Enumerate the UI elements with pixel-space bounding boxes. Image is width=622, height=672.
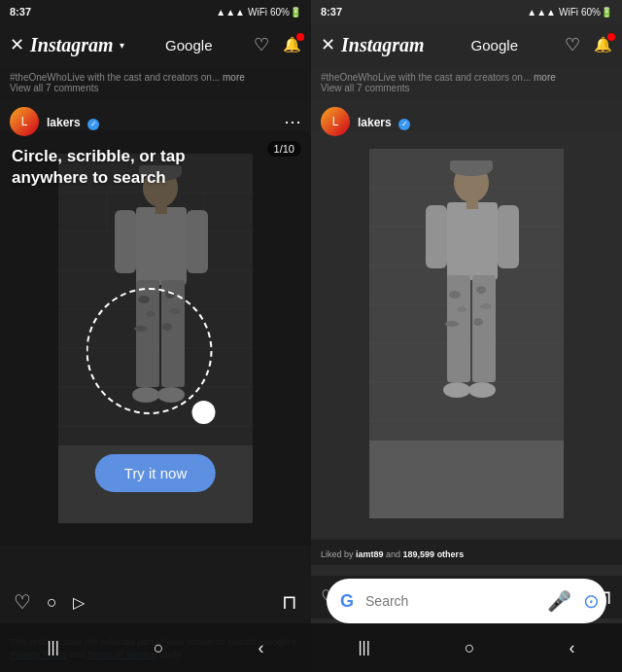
nav-recent-right[interactable]: ||| — [358, 639, 369, 656]
google-search-bar[interactable]: G 🎤 ⊙ — [327, 579, 606, 623]
account-row-right: L lakers ✓ — [311, 101, 622, 142]
nav-back-right[interactable]: ‹ — [570, 638, 575, 658]
instruction-text: Circle, scribble, or tap anywhere to sea… — [12, 146, 258, 189]
signal-icon-right: ▲▲▲ — [527, 7, 556, 18]
liked-by-text: Liked by iamt89 and 189,599 others — [321, 549, 464, 559]
circle-annotation — [86, 288, 213, 414]
top-bar-right-actions-right: ♡ 🔔 — [565, 34, 612, 55]
notification-icon-right[interactable]: 🔔 — [594, 36, 612, 53]
account-row-left: L lakers ✓ ⋯ — [0, 101, 311, 142]
system-nav-right: ||| ○ ‹ — [311, 623, 622, 672]
account-info-left: L lakers ✓ — [10, 107, 99, 136]
nav-home-right[interactable]: ○ — [465, 638, 475, 658]
right-panel: 8:37 ▲▲▲ WiFi 60%🔋 ✕ Instagram Google ♡ … — [311, 0, 622, 672]
signal-icon: ▲▲▲ — [216, 7, 245, 18]
microphone-icon[interactable]: 🎤 — [547, 589, 571, 613]
post-header-right: #theOneWhoLive with the cast and creator… — [311, 66, 622, 99]
left-panel: 8:37 ▲▲▲ WiFi 60%🔋 ✕ Instagram ▾ Google … — [0, 0, 311, 672]
top-bar-left: ✕ Instagram ▾ Google ♡ 🔔 — [0, 23, 311, 66]
liked-by-bar: Liked by iamt89 and 189,599 others — [311, 540, 622, 565]
like-icon[interactable]: ♡ — [14, 590, 31, 614]
account-name-right: lakers ✓ — [358, 113, 410, 130]
heart-icon[interactable]: ♡ — [254, 34, 269, 55]
battery-icon-right: 60%🔋 — [581, 7, 612, 18]
system-nav-left: ||| ○ ‹ — [0, 623, 311, 672]
account-info-right: L lakers ✓ — [321, 107, 410, 136]
post-header-left: #theOneWhoLive with the cast and creator… — [0, 66, 311, 99]
instagram-logo-right: Instagram — [341, 34, 425, 56]
instagram-logo: Instagram — [30, 34, 114, 56]
nav-home-left[interactable]: ○ — [154, 638, 164, 658]
save-icon[interactable]: ⊓ — [282, 590, 297, 614]
view-comments-right[interactable]: View all 7 comments — [321, 83, 612, 93]
heart-icon-right[interactable]: ♡ — [565, 34, 580, 55]
more-options-left[interactable]: ⋯ — [284, 111, 301, 132]
top-bar-left-group: ✕ Instagram ▾ — [10, 34, 124, 56]
image-area-right — [311, 131, 622, 536]
top-bar-right-actions: ♡ 🔔 — [254, 34, 301, 55]
verified-badge-right: ✓ — [398, 119, 410, 130]
google-label-right: Google — [471, 37, 518, 53]
bottom-actions-left: ♡ ○ ▷ — [14, 590, 85, 614]
top-bar-right-panel: ✕ Instagram Google ♡ 🔔 — [311, 23, 622, 66]
top-bar-right-left-group: ✕ Instagram — [321, 34, 425, 56]
time-left: 8:37 — [10, 6, 31, 18]
post-caption-left: #theOneWhoLive with the cast and creator… — [10, 72, 301, 83]
circle-dot — [192, 401, 216, 424]
google-label: Google — [165, 37, 212, 53]
close-button[interactable]: ✕ — [10, 34, 24, 55]
time-right: 8:37 — [321, 6, 342, 18]
right-overlay — [311, 131, 622, 536]
status-icons-right: ▲▲▲ WiFi 60%🔋 — [527, 7, 612, 18]
close-button-right[interactable]: ✕ — [321, 34, 335, 55]
comment-icon[interactable]: ○ — [47, 592, 57, 613]
status-icons-left: ▲▲▲ WiFi 60%🔋 — [216, 7, 301, 18]
bottom-action-bar-left: ♡ ○ ▷ ⊓ — [0, 581, 311, 623]
avatar-left: L — [10, 107, 39, 136]
nav-back-left[interactable]: ‹ — [259, 638, 264, 658]
wifi-icon: WiFi — [248, 7, 267, 18]
nav-recent-left[interactable]: ||| — [47, 639, 58, 656]
verified-badge-left: ✓ — [87, 119, 99, 130]
google-lens-icon[interactable]: ⊙ — [583, 589, 600, 613]
image-area-left: Circle, scribble, or tap anywhere to sea… — [0, 131, 311, 546]
share-icon[interactable]: ▷ — [73, 593, 85, 612]
notification-icon[interactable]: 🔔 — [283, 36, 301, 53]
google-g-logo: G — [340, 591, 354, 612]
status-bar-left: 8:37 ▲▲▲ WiFi 60%🔋 — [0, 0, 311, 23]
try-it-now-button[interactable]: Try it now — [95, 454, 216, 492]
account-name-left: lakers ✓ — [47, 113, 99, 130]
chevron-down-icon[interactable]: ▾ — [120, 40, 124, 51]
battery-icon: 60%🔋 — [270, 7, 301, 18]
wifi-icon-right: WiFi — [559, 7, 578, 18]
view-comments-left[interactable]: View all 7 comments — [10, 83, 301, 93]
avatar-right: L — [321, 107, 350, 136]
post-caption-right: #theOneWhoLive with the cast and creator… — [321, 72, 612, 83]
status-bar-right: 8:37 ▲▲▲ WiFi 60%🔋 — [311, 0, 622, 23]
counter-badge: 1/10 — [267, 141, 301, 157]
google-search-input[interactable] — [365, 593, 536, 609]
